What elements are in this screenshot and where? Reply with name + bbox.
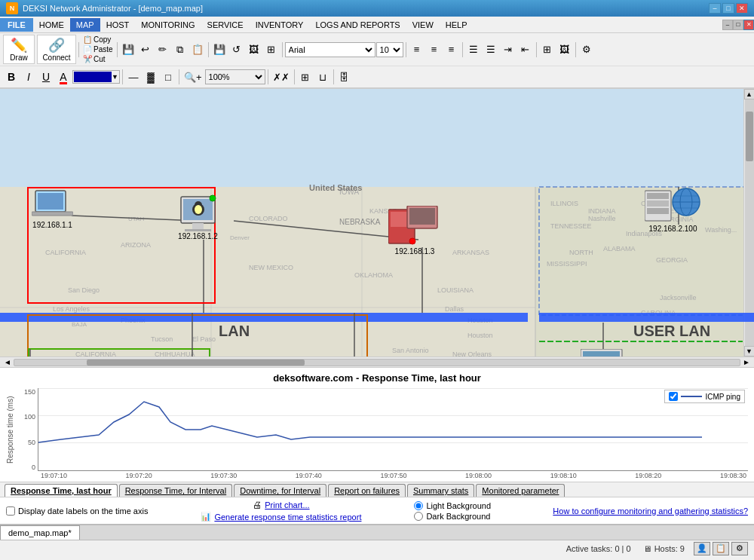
print-chart-link[interactable]: Print chart... <box>265 500 309 510</box>
svg-text:Los Angeles: Los Angeles <box>53 305 90 313</box>
draw-tool[interactable]: ✏️ Draw <box>3 35 35 64</box>
svg-text:Tucson: Tucson <box>151 335 173 343</box>
node-4-label: 192.168.2.100 <box>649 225 697 233</box>
undo-button[interactable]: ↩ <box>137 41 154 58</box>
maximize-button[interactable]: □ <box>722 3 734 14</box>
minimize-button[interactable]: – <box>709 3 721 14</box>
zoom-in-button[interactable]: 🔍+ <box>182 69 204 85</box>
border-button[interactable]: □ <box>160 69 176 85</box>
menu-monitoring[interactable]: MONITORING <box>135 18 201 32</box>
tab-downtime-interval[interactable]: Downtime, for Interval <box>234 484 326 497</box>
paste-label: Paste <box>93 45 113 54</box>
menu-inventory[interactable]: INVENTORY <box>250 18 310 32</box>
light-bg-radio[interactable] <box>414 501 423 510</box>
image-button[interactable]: 🖼 <box>556 41 573 58</box>
settings-button[interactable]: ⚙ <box>578 41 595 58</box>
paste-icon: 📄 <box>83 45 92 54</box>
icmp-checkbox[interactable] <box>669 392 678 401</box>
status-icon-2[interactable]: 📋 <box>713 542 729 555</box>
node-1[interactable]: 192.168.1.1 <box>32 187 73 229</box>
save-button[interactable]: 💾 <box>120 41 136 58</box>
color-dropdown-icon[interactable]: ▼ <box>112 73 118 81</box>
scroll-down-button[interactable]: ▼ <box>744 346 755 357</box>
line-style-button[interactable]: — <box>125 69 142 85</box>
svg-point-76 <box>409 238 415 244</box>
database-button[interactable]: 🗄 <box>336 69 353 85</box>
cut-button[interactable]: ✂️ Cut <box>81 54 115 64</box>
font-color-button[interactable]: A <box>55 69 72 85</box>
list-button[interactable]: ☰ <box>465 41 482 58</box>
indent-button[interactable]: ⇥ <box>500 41 516 58</box>
copy-button[interactable]: 📋 Copy <box>81 35 115 44</box>
menu-file[interactable]: FILE <box>0 18 33 32</box>
refresh-button[interactable]: ↺ <box>228 41 245 58</box>
date-labels-checkbox[interactable] <box>6 506 15 516</box>
fill-button[interactable]: ▓ <box>143 69 159 85</box>
h-scroll-thumb[interactable] <box>87 360 305 366</box>
h-scroll-right-button[interactable]: ► <box>740 358 752 366</box>
eraser-button[interactable]: ✗✗ <box>271 69 292 85</box>
status-icon-3[interactable]: ⚙ <box>731 542 748 555</box>
menu-help[interactable]: HELP <box>440 18 474 32</box>
chart-title: deksoftware.com - Response Time, last ho… <box>6 372 748 384</box>
paste-button[interactable]: 📄 Paste <box>81 44 115 54</box>
outdent-button[interactable]: ⇤ <box>517 41 534 58</box>
menu-view[interactable]: VIEW <box>406 18 440 32</box>
help-link[interactable]: How to configure monitoring and gatherin… <box>553 506 748 516</box>
tab-response-time-interval[interactable]: Response Time, for Interval <box>119 484 233 497</box>
user-lan-label: USER LAN <box>633 323 710 340</box>
sub-close-button[interactable]: ✕ <box>743 20 754 30</box>
h-scroll-left-button[interactable]: ◄ <box>2 358 14 366</box>
zoom-select[interactable]: 100% <box>205 69 265 84</box>
paste2-button[interactable]: 📋 <box>189 41 206 58</box>
bold-button[interactable]: B <box>3 69 20 85</box>
status-action-icons: 👤 📋 ⚙ <box>694 542 748 555</box>
font-size-select[interactable]: 10 8 12 <box>376 42 403 57</box>
file-tab[interactable]: demo_map.map* <box>0 525 80 540</box>
node-4[interactable]: 192.168.2.100 <box>645 183 701 233</box>
redo-button[interactable]: 💾 <box>211 41 228 58</box>
scroll-up-button[interactable]: ▲ <box>744 89 755 99</box>
connect2-button[interactable]: ⊔ <box>314 69 331 85</box>
table-button[interactable]: ⊞ <box>539 41 556 58</box>
generate-report-link[interactable]: Generate response time statistics report <box>214 513 361 522</box>
color-picker-button[interactable]: ▼ <box>72 70 120 84</box>
menu-host[interactable]: HOST <box>100 18 136 32</box>
scroll-thumb[interactable] <box>746 112 753 161</box>
tab-response-time-last-hour[interactable]: Response Time, last hour <box>5 484 118 497</box>
numbered-list-button[interactable]: ☰ <box>483 41 499 58</box>
copy2-button[interactable]: ⧉ <box>172 41 188 58</box>
align-left-button[interactable]: ≡ <box>409 41 425 58</box>
tab-summary-stats[interactable]: Summary stats <box>407 484 474 497</box>
underline-button[interactable]: U <box>38 69 54 85</box>
tab-report-on-failures[interactable]: Report on failures <box>328 484 406 497</box>
status-icon-1[interactable]: 👤 <box>694 542 710 555</box>
menu-map[interactable]: MAP <box>70 18 100 32</box>
menu-service[interactable]: SERVICE <box>201 18 250 32</box>
font-family-select[interactable]: Arial <box>285 42 375 57</box>
svg-text:San Antonio: San Antonio <box>392 347 429 354</box>
chart-y-ticks: 150 100 50 0 <box>17 388 38 471</box>
align-right-button[interactable]: ≡ <box>443 41 460 58</box>
img-button[interactable]: 🖼 <box>246 41 262 58</box>
svg-text:El Paso: El Paso <box>192 335 216 343</box>
workstation-icon <box>388 206 441 247</box>
grid-button[interactable]: ⊞ <box>297 69 314 85</box>
node-8[interactable]: 192.168.3.1 <box>581 349 626 357</box>
pencil-button[interactable]: ✏ <box>155 41 171 58</box>
connect-tool[interactable]: 🔗 Connect <box>37 35 76 64</box>
sub-max-button[interactable]: □ <box>733 20 743 30</box>
node-3[interactable]: 192.168.1.3 <box>388 206 441 256</box>
crop-button[interactable]: ⊞ <box>263 41 280 58</box>
dark-bg-radio[interactable] <box>414 512 423 521</box>
menu-home[interactable]: HOME <box>33 18 70 32</box>
sub-min-button[interactable]: – <box>722 20 733 30</box>
menu-logs[interactable]: LOGS AND REPORTS <box>309 18 406 32</box>
active-tasks-text: Active tasks: 0 | 0 <box>566 544 631 553</box>
close-button[interactable]: ✕ <box>736 3 748 14</box>
italic-button[interactable]: I <box>20 69 37 85</box>
align-center-button[interactable]: ≡ <box>426 41 443 58</box>
svg-rect-75 <box>409 208 435 225</box>
tab-monitored-parameter[interactable]: Monitored parameter <box>476 484 565 497</box>
node-2[interactable]: 192.168.1.2 <box>177 194 219 240</box>
